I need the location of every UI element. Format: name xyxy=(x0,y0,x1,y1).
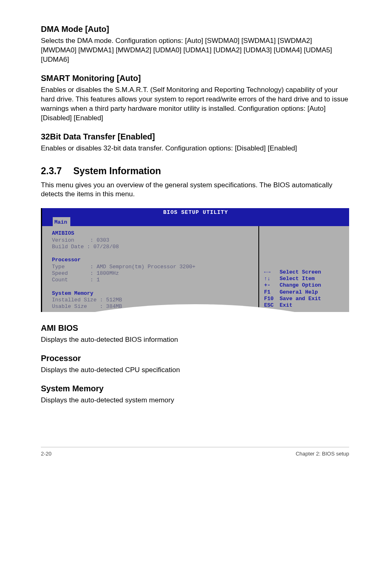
help-label-select-screen: Select Screen xyxy=(280,269,321,275)
help-label-select-item: Select Item xyxy=(280,276,315,282)
help-label-general-help: General Help xyxy=(280,289,318,295)
smart-monitoring-heading: SMART Monitoring [Auto] xyxy=(41,74,349,83)
system-memory-heading: System Memory xyxy=(41,384,349,393)
help-key-change-option: +- xyxy=(264,282,280,289)
processor-heading: Processor xyxy=(41,354,349,363)
help-label-exit: Exit xyxy=(280,302,292,308)
ami-bios-body: Displays the auto-detected BIOS informat… xyxy=(41,335,349,345)
bios-left-panel: AMIBIOS Version : 0303 Build Date : 07/2… xyxy=(42,226,258,312)
help-key-select-screen: ←→ xyxy=(264,269,280,276)
32bit-transfer-body: Enables or disables 32-bit data transfer… xyxy=(41,144,349,153)
system-memory-body: Displays the auto-detected system memory xyxy=(41,396,349,405)
bios-tabbar: Main xyxy=(42,217,349,226)
system-information-body: This menu gives you an overview of the g… xyxy=(41,181,349,200)
section-title-text: System Information xyxy=(73,166,161,176)
usable-size-row: Usable Size : 384MB xyxy=(52,303,254,310)
help-key-select-item: ↑↓ xyxy=(264,276,280,282)
system-information-heading: 2.3.7System Information xyxy=(41,166,349,177)
footer-chapter-label: Chapter 2: BIOS setup xyxy=(296,451,349,457)
32bit-transfer-heading: 32Bit Data Transfer [Enabled] xyxy=(41,132,349,141)
system-memory-label: System Memory xyxy=(52,290,254,297)
processor-speed-row: Speed : 1800MHz xyxy=(52,270,254,277)
dma-mode-heading: DMA Mode [Auto] xyxy=(41,25,349,34)
help-key-exit: ESC xyxy=(264,302,280,309)
page-footer: 2-20 Chapter 2: BIOS setup xyxy=(41,447,349,457)
help-key-save-exit: F10 xyxy=(264,296,280,302)
smart-monitoring-body: Enables or disables the S.M.A.R.T. (Self… xyxy=(41,85,349,123)
bios-version-row: Version : 0303 xyxy=(52,237,254,244)
bios-screenshot: BIOS SETUP UTILITY Main AMIBIOS Version … xyxy=(41,208,349,312)
bios-builddate-row: Build Date : 07/28/08 xyxy=(52,244,254,250)
processor-label: Processor xyxy=(52,257,254,263)
ami-bios-heading: AMI BIOS xyxy=(41,323,349,333)
help-label-change-option: Change Option xyxy=(280,282,321,288)
help-label-save-exit: Save and Exit xyxy=(280,296,321,302)
help-key-general-help: F1 xyxy=(264,289,280,296)
processor-body: Displays the auto-detected CPU specifica… xyxy=(41,366,349,375)
processor-type-row: Type : AMD Sempron(tm) Processor 3200+ xyxy=(52,264,254,270)
dma-mode-body: Selects the DMA mode. Configuration opti… xyxy=(41,36,349,65)
processor-count-row: Count : 1 xyxy=(52,277,254,283)
bios-titlebar: BIOS SETUP UTILITY xyxy=(42,208,349,217)
footer-page-number: 2-20 xyxy=(41,451,52,457)
bios-right-panel: ←→Select Screen ↑↓Select Item +-Change O… xyxy=(258,226,349,312)
installed-size-row: Installed Size : 512MB xyxy=(52,297,254,303)
amibios-label: AMIBIOS xyxy=(52,230,254,237)
section-number: 2.3.7 xyxy=(41,166,62,177)
